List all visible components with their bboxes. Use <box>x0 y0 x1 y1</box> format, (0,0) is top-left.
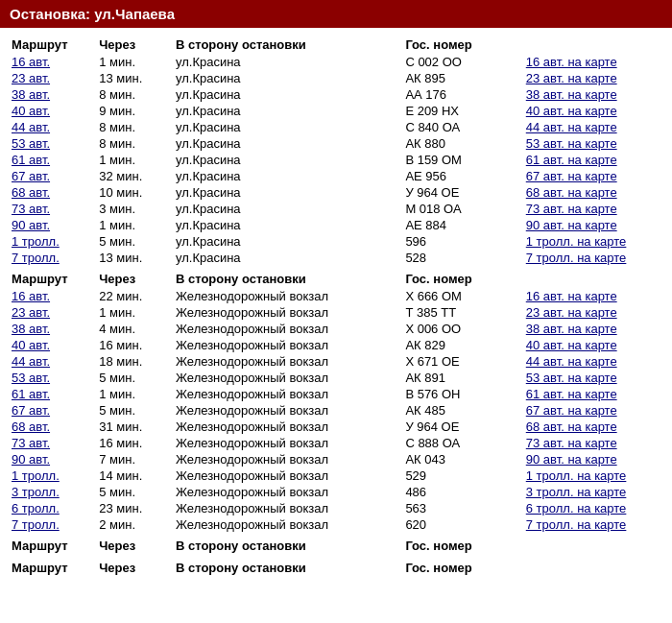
map-cell: 40 авт. на карте <box>522 103 664 119</box>
map-link[interactable]: 61 авт. на карте <box>526 387 617 401</box>
route-link[interactable]: 67 авт. <box>12 169 50 183</box>
map-link[interactable]: 38 авт. на карте <box>526 87 617 102</box>
route-link[interactable]: 61 авт. <box>12 387 50 401</box>
route-link[interactable]: 6 тролл. <box>12 501 60 515</box>
map-link[interactable]: 16 авт. на карте <box>526 289 617 303</box>
route-link[interactable]: 38 авт. <box>12 322 50 336</box>
map-link[interactable]: 53 авт. на карте <box>526 136 617 151</box>
map-link[interactable]: 73 авт. на карте <box>526 202 617 216</box>
table-row: 67 авт.5 мин.Железнодорожный вокзалАК 48… <box>8 402 664 419</box>
direction-cell: Железнодорожный вокзал <box>172 402 401 419</box>
route-cell: 40 авт. <box>8 337 95 353</box>
section-header-section2: МаршрутЧерезВ сторону остановкиГос. номе… <box>8 266 664 288</box>
route-cell: 44 авт. <box>8 119 95 135</box>
map-link[interactable]: 44 авт. на карте <box>526 120 617 134</box>
map-link[interactable]: 38 авт. на карте <box>526 322 617 336</box>
route-cell: 68 авт. <box>8 184 95 201</box>
route-link[interactable]: 40 авт. <box>12 104 50 118</box>
map-link[interactable]: 68 авт. на карте <box>526 185 617 200</box>
table-row: 6 тролл.23 мин.Железнодорожный вокзал563… <box>8 500 664 516</box>
route-cell: 1 тролл. <box>8 233 95 250</box>
map-link[interactable]: 68 авт. на карте <box>526 419 617 434</box>
route-link[interactable]: 73 авт. <box>12 202 50 216</box>
route-link[interactable]: 44 авт. <box>12 354 50 369</box>
map-link[interactable]: 1 тролл. на карте <box>526 468 627 483</box>
route-cell: 68 авт. <box>8 419 95 435</box>
route-link[interactable]: 68 авт. <box>12 185 50 200</box>
route-link[interactable]: 7 тролл. <box>12 517 60 532</box>
route-link[interactable]: 1 тролл. <box>12 468 60 483</box>
route-link[interactable]: 3 тролл. <box>12 485 60 499</box>
map-link[interactable]: 7 тролл. на карте <box>526 251 627 265</box>
table-row: 40 авт.16 мин.Железнодорожный вокзалАК 8… <box>8 337 664 353</box>
via-cell: 8 мин. <box>95 119 172 135</box>
direction-cell: Железнодорожный вокзал <box>172 467 401 484</box>
via-cell: 31 мин. <box>95 419 172 435</box>
plate-cell: У 964 ОЕ <box>401 419 521 435</box>
table-row: 23 авт.13 мин.ул.КрасинаАК 89523 авт. на… <box>8 70 664 86</box>
route-link[interactable]: 90 авт. <box>12 452 50 467</box>
route-link[interactable]: 68 авт. <box>12 419 50 434</box>
map-link[interactable]: 73 авт. на карте <box>526 436 617 450</box>
map-link[interactable]: 90 авт. на карте <box>526 218 617 232</box>
direction-cell: ул.Красина <box>172 233 401 250</box>
column-header-1: Через <box>95 32 172 54</box>
map-link[interactable]: 67 авт. на карте <box>526 403 617 418</box>
map-link[interactable]: 40 авт. на карте <box>526 338 617 352</box>
via-cell: 1 мин. <box>95 304 172 321</box>
route-cell: 90 авт. <box>8 217 95 233</box>
map-link[interactable]: 40 авт. на карте <box>526 104 617 118</box>
map-cell: 73 авт. на карте <box>522 201 664 217</box>
via-cell: 22 мин. <box>95 288 172 304</box>
plate-cell: 563 <box>401 500 521 516</box>
route-link[interactable]: 23 авт. <box>12 305 50 320</box>
route-link[interactable]: 73 авт. <box>12 436 50 450</box>
direction-cell: Железнодорожный вокзал <box>172 435 401 451</box>
map-link[interactable]: 3 тролл. на карте <box>526 485 627 499</box>
table-row: 90 авт.7 мин.Железнодорожный вокзалАК 04… <box>8 451 664 467</box>
route-link[interactable]: 61 авт. <box>12 153 50 167</box>
map-link[interactable]: 67 авт. на карте <box>526 169 617 183</box>
map-link[interactable]: 1 тролл. на карте <box>526 234 627 249</box>
column-header-1: Через <box>95 533 172 555</box>
map-link[interactable]: 90 авт. на карте <box>526 452 617 467</box>
map-link[interactable]: 23 авт. на карте <box>526 305 617 320</box>
route-link[interactable]: 7 тролл. <box>12 251 60 265</box>
section-header-section3: МаршрутЧерезВ сторону остановкиГос. номе… <box>8 533 664 555</box>
route-link[interactable]: 40 авт. <box>12 338 50 352</box>
map-link[interactable]: 7 тролл. на карте <box>526 517 627 532</box>
table-row: 3 тролл.5 мин.Железнодорожный вокзал4863… <box>8 484 664 500</box>
route-link[interactable]: 16 авт. <box>12 289 50 303</box>
column-header-2: В сторону остановки <box>172 32 401 54</box>
route-cell: 38 авт. <box>8 86 95 103</box>
map-cell: 90 авт. на карте <box>522 451 664 467</box>
via-cell: 9 мин. <box>95 103 172 119</box>
table-row: 61 авт.1 мин.Железнодорожный вокзалВ 576… <box>8 386 664 402</box>
route-link[interactable]: 38 авт. <box>12 87 50 102</box>
route-link[interactable]: 67 авт. <box>12 403 50 418</box>
route-link[interactable]: 90 авт. <box>12 218 50 232</box>
table-row: 16 авт.22 мин.Железнодорожный вокзалХ 66… <box>8 288 664 304</box>
column-header-4 <box>522 32 664 54</box>
via-cell: 1 мин. <box>95 54 172 70</box>
map-link[interactable]: 61 авт. на карте <box>526 153 617 167</box>
route-cell: 73 авт. <box>8 201 95 217</box>
via-cell: 16 мин. <box>95 435 172 451</box>
plate-cell: М 018 ОА <box>401 201 521 217</box>
route-link[interactable]: 16 авт. <box>12 55 50 69</box>
route-link[interactable]: 53 авт. <box>12 136 50 151</box>
route-cell: 23 авт. <box>8 70 95 86</box>
map-link[interactable]: 53 авт. на карте <box>526 371 617 385</box>
map-link[interactable]: 16 авт. на карте <box>526 55 617 69</box>
map-cell: 61 авт. на карте <box>522 386 664 402</box>
route-link[interactable]: 1 тролл. <box>12 234 60 249</box>
route-link[interactable]: 53 авт. <box>12 371 50 385</box>
map-cell: 67 авт. на карте <box>522 402 664 419</box>
via-cell: 1 мин. <box>95 386 172 402</box>
route-link[interactable]: 44 авт. <box>12 120 50 134</box>
map-cell: 40 авт. на карте <box>522 337 664 353</box>
map-link[interactable]: 23 авт. на карте <box>526 71 617 85</box>
map-link[interactable]: 44 авт. на карте <box>526 354 617 369</box>
map-link[interactable]: 6 тролл. на карте <box>526 501 627 515</box>
route-link[interactable]: 23 авт. <box>12 71 50 85</box>
